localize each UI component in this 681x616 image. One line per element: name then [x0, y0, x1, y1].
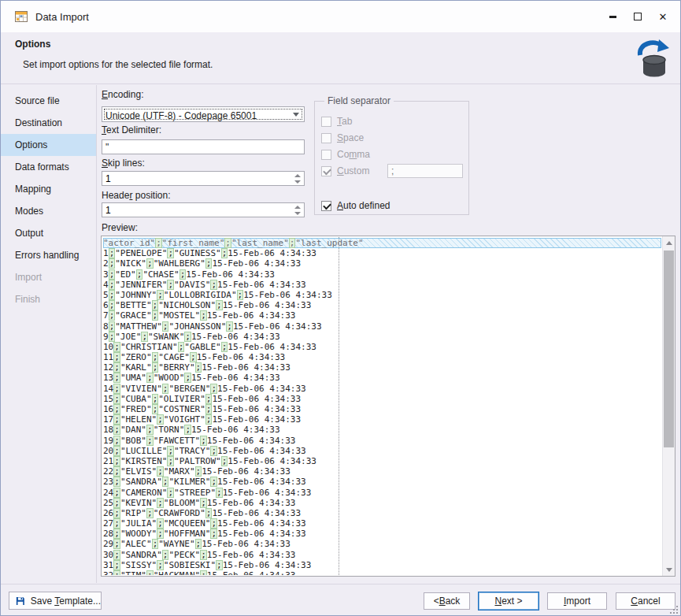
separator-highlight: ; [237, 290, 244, 300]
sidebar-item-modes[interactable]: Modes [1, 200, 96, 222]
minimize-button[interactable] [600, 6, 625, 28]
preview-row: 14;"VIVIEN";"BERGEN";15-Feb-06 4:34:33 [103, 384, 661, 394]
back-button[interactable]: < Back [424, 592, 470, 610]
separator-highlight: ; [157, 498, 164, 508]
separator-highlight: ; [180, 269, 187, 280]
spinner-down-icon[interactable] [294, 212, 301, 215]
page-subtitle: Set import options for the selected file… [23, 59, 213, 70]
sidebar-item-mapping[interactable]: Mapping [1, 178, 96, 200]
preview-row: 12;"KARL";"BERRY";15-Feb-06 4:34:33 [103, 362, 661, 373]
scrollbar-thumb[interactable] [664, 250, 674, 447]
preview-row: 22;"ELVIS";"MARX";15-Feb-06 4:34:33 [103, 466, 661, 477]
scroll-up-button[interactable] [663, 236, 675, 249]
separator-highlight: ; [162, 477, 169, 487]
preview-lines: "actor_id";"first_name";"last_name";"las… [103, 238, 661, 575]
custom-separator-input [387, 164, 463, 178]
separator-highlight: ; [162, 550, 169, 560]
sidebar-item-finish: Finish [1, 288, 96, 310]
separator-highlight: ; [113, 373, 120, 383]
separator-highlight: ; [167, 456, 174, 466]
separator-highlight: ; [157, 414, 164, 425]
separator-highlight: ; [195, 362, 202, 373]
import-database-icon [630, 36, 672, 79]
separator-highlight: ; [109, 300, 116, 310]
preview-row: 21;"KIRSTEN";"PALTROW";15-Feb-06 4:34:33 [103, 456, 661, 466]
sidebar-item-errors-handling[interactable]: Errors handling [1, 244, 96, 266]
separator-highlight: ; [113, 394, 120, 404]
preview-header-row: "actor_id";"first_name";"last_name";"las… [103, 238, 661, 248]
sidebar-item-data-formats[interactable]: Data formats [1, 156, 96, 178]
separator-highlight: ; [155, 238, 162, 248]
preview-row: 4;"JENNIFER";"DAVIS";15-Feb-06 4:34:33 [103, 280, 661, 290]
field-separator-option-comma: Comma [321, 148, 370, 161]
separator-highlight: ; [141, 332, 148, 342]
separator-highlight: ; [157, 466, 164, 477]
separator-highlight: ; [200, 570, 207, 575]
text-delimiter-input[interactable] [102, 139, 305, 154]
preview-row: 1;"PENELOPE";"GUINESS";15-Feb-06 4:34:33 [103, 248, 661, 258]
comma-label: Comma [337, 149, 370, 160]
save-icon [16, 596, 25, 607]
sidebar-item-options[interactable]: Options [1, 134, 96, 156]
maximize-button[interactable] [625, 6, 650, 28]
next-button[interactable]: Next > [478, 592, 539, 610]
separator-highlight: ; [152, 300, 159, 310]
scroll-down-button[interactable] [663, 563, 675, 576]
footer-bar: Save Template... < Back Next > Import Ca… [1, 584, 680, 616]
wizard-header: Options Set import options for the selec… [1, 32, 680, 84]
separator-highlight: ; [200, 436, 207, 446]
separator-highlight: ; [113, 384, 120, 394]
preview-row: 11;"ZERO";"CAGE";15-Feb-06 4:34:33 [103, 352, 661, 362]
cancel-button[interactable]: Cancel [616, 592, 675, 610]
data-import-window: Data Import ✕ Options Set import options… [0, 0, 681, 616]
separator-highlight: ; [113, 414, 120, 425]
separator-highlight: ; [113, 529, 120, 539]
field-separator-option-custom: Custom [321, 165, 369, 177]
header-position-input[interactable] [102, 203, 304, 217]
sidebar-item-output[interactable]: Output [1, 222, 96, 244]
resize-grip[interactable] [669, 605, 679, 614]
separator-highlight: ; [113, 477, 120, 487]
encoding-select[interactable]: Unicode (UTF-8) - Codepage 65001 [102, 106, 305, 122]
preview-row: 9;"JOE";"SWANK";15-Feb-06 4:34:33 [103, 332, 661, 342]
separator-highlight: ; [157, 290, 164, 300]
separator-highlight: ; [157, 560, 164, 570]
separator-highlight: ; [109, 258, 116, 269]
separator-highlight: ; [152, 310, 159, 321]
close-button[interactable]: ✕ [650, 6, 675, 28]
preview-row: 7;"GRACE";"MOSTEL";15-Feb-06 4:34:33 [103, 310, 661, 321]
separator-highlight: ; [146, 258, 154, 269]
spinner-up-icon[interactable] [294, 206, 301, 209]
separator-highlight: ; [113, 342, 120, 352]
separator-highlight: ; [226, 321, 233, 332]
preview-row: 25;"KEVIN";"BLOOM";15-Feb-06 4:34:33 [103, 498, 661, 508]
separator-highlight: ; [210, 529, 217, 539]
separator-highlight: ; [200, 310, 207, 321]
separator-highlight: ; [210, 518, 217, 529]
spinner-down-icon[interactable] [294, 180, 301, 184]
separator-highlight: ; [210, 477, 217, 487]
separator-highlight: ; [152, 352, 159, 362]
preview-row: 20;"LUCILLE";"TRACY";15-Feb-06 4:34:33 [103, 446, 661, 456]
skip-lines-input[interactable] [102, 172, 304, 185]
preview-row: 31;"SISSY";"SOBIESKI";15-Feb-06 4:34:33 [103, 560, 661, 570]
preview-row: 6;"BETTE";"NICHOLSON";15-Feb-06 4:34:33 [103, 300, 661, 310]
separator-highlight: ; [157, 518, 164, 529]
spinner-up-icon[interactable] [294, 174, 301, 177]
separator-highlight: ; [113, 539, 120, 549]
header-position-spin-buttons [294, 203, 301, 217]
separator-highlight: ; [113, 488, 120, 498]
auto-defined-checkbox[interactable] [321, 201, 331, 211]
chevron-down-icon[interactable] [293, 113, 299, 120]
separator-highlight: ; [184, 332, 191, 342]
sidebar-item-source-file[interactable]: Source file [1, 90, 96, 112]
save-template-button[interactable]: Save Template... [9, 592, 102, 610]
separator-highlight: ; [113, 404, 120, 414]
import-button[interactable]: Import [547, 592, 607, 610]
preview-row: 17;"HELEN";"VOIGHT";15-Feb-06 4:34:33 [103, 414, 661, 425]
preview-row: 18;"DAN";"TORN";15-Feb-06 4:34:33 [103, 425, 661, 435]
page-title: Options [15, 39, 50, 50]
sidebar-item-import: Import [1, 266, 96, 288]
sidebar-item-destination[interactable]: Destination [1, 112, 96, 134]
separator-highlight: ; [113, 560, 120, 570]
